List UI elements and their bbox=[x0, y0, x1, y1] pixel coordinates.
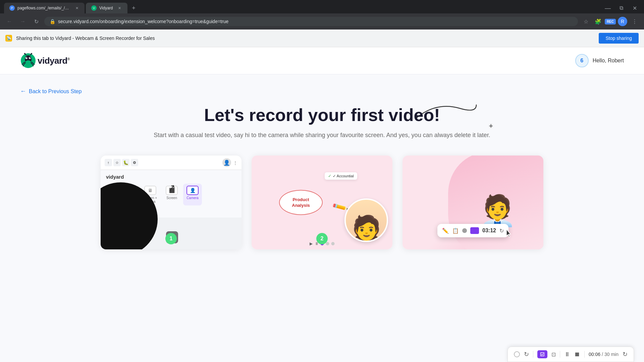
draw-icon[interactable]: ✏️ bbox=[442, 228, 449, 234]
forward-button[interactable]: → bbox=[17, 16, 28, 27]
play-icon[interactable]: ▶ bbox=[310, 241, 313, 246]
btool-divider-1 bbox=[533, 351, 533, 358]
camera-label: Camera bbox=[186, 196, 199, 200]
card-product-analysis: ProductAnalysis ✓ ✓ Accountial ✏️ 🧑 ▶ bbox=[252, 156, 392, 249]
stop-rect[interactable] bbox=[470, 227, 479, 234]
back-link-text: Back to Previous Step bbox=[29, 88, 82, 95]
sharing-banner: 📡 Sharing this tab to Vidyard - Webcam &… bbox=[0, 29, 644, 47]
site-header: vidyard® 6 Hello, Robert bbox=[0, 47, 644, 74]
main-content: ← Back to Previous Step Let's record you… bbox=[0, 74, 644, 263]
profile-menu-icon[interactable]: R bbox=[617, 16, 628, 27]
page-title: Let's record your first video! bbox=[20, 105, 624, 125]
gear-icon[interactable]: ⚙ bbox=[131, 159, 138, 166]
extension-header: ↑ ☆ 🐛 ⚙ 👤 ⋮ bbox=[101, 156, 241, 170]
tab-label-pageflows: pageflows.com/_/emails/_/7fb5c... bbox=[17, 6, 70, 10]
stop-sharing-button[interactable]: Stop sharing bbox=[599, 33, 639, 44]
btool-loop-icon[interactable]: ↻ bbox=[623, 351, 628, 358]
btool-divider-3 bbox=[584, 351, 585, 358]
tab-favicon-vidyard: V bbox=[91, 5, 97, 11]
svg-point-4 bbox=[26, 57, 28, 58]
svg-point-6 bbox=[25, 60, 31, 64]
person-circle-card2: 🧑 bbox=[344, 198, 388, 242]
tab-vidyard[interactable]: V Vidyard ✕ bbox=[86, 3, 127, 13]
btool-stop-icon[interactable]: ⏹ bbox=[574, 351, 580, 358]
card1-number: 1 bbox=[165, 233, 177, 244]
tab-close-vidyard[interactable]: ✕ bbox=[117, 5, 122, 11]
browser-toolbar: ← → ↻ 🔒 secure.vidyard.com/onboarding/ex… bbox=[0, 13, 644, 29]
person-silhouette: 🧑‍💼 bbox=[479, 193, 516, 228]
more-options-icon[interactable]: ⋮ bbox=[629, 16, 640, 27]
tab-favicon-pageflows: P bbox=[9, 5, 15, 11]
greeting-text: Hello, Robert bbox=[593, 58, 624, 64]
tab-close-pageflows[interactable]: ✕ bbox=[74, 5, 79, 11]
cards-container: ↑ ☆ 🐛 ⚙ 👤 ⋮ ↗ vidyard bbox=[20, 156, 624, 249]
svg-point-10 bbox=[31, 53, 32, 54]
back-link[interactable]: ← Back to Previous Step bbox=[20, 88, 624, 95]
back-arrow-icon: ← bbox=[20, 88, 26, 95]
svg-point-9 bbox=[24, 53, 25, 54]
check-icon: ✓ bbox=[328, 174, 331, 178]
accountial-badge: ✓ ✓ Accountial bbox=[325, 172, 357, 180]
rec-badge[interactable]: REC bbox=[605, 19, 616, 24]
url-text: secure.vidyard.com/onboarding/extension_… bbox=[58, 19, 573, 24]
option-camera[interactable]: 👤 Camera bbox=[183, 184, 202, 205]
circle-dot bbox=[462, 228, 467, 233]
card-extension: ↑ ☆ 🐛 ⚙ 👤 ⋮ ↗ vidyard bbox=[101, 156, 241, 249]
person-avatar-card2: 🧑 bbox=[346, 200, 387, 241]
bottom-recording-toolbar: ↻ ⊡ ⏸ ⏹ 00:06 / 30 min ↻ bbox=[507, 347, 634, 362]
ext-menu-icon[interactable]: ⋮ bbox=[233, 160, 237, 165]
back-button[interactable]: ← bbox=[4, 16, 15, 27]
card2-number: 2 bbox=[316, 233, 328, 244]
btool-crop-icon[interactable]: ⊡ bbox=[551, 351, 556, 358]
recording-time: 03:12 bbox=[482, 228, 496, 234]
bookmark-star-icon[interactable]: ☆ bbox=[581, 16, 591, 27]
user-step-badge: 6 bbox=[575, 54, 589, 67]
sharing-icon: 📡 bbox=[5, 35, 12, 42]
btool-highlight-btn[interactable] bbox=[537, 350, 547, 358]
accountial-text: ✓ Accountial bbox=[333, 174, 354, 178]
reload-button[interactable]: ↻ bbox=[31, 16, 42, 27]
dot-inactive-1 bbox=[326, 242, 329, 245]
header-right: 6 Hello, Robert bbox=[575, 54, 624, 67]
window-minimize[interactable]: — bbox=[602, 3, 613, 13]
extension-header-icons: ↑ ☆ 🐛 ⚙ bbox=[105, 159, 138, 166]
title-section: Let's record your first video! + bbox=[20, 105, 624, 125]
logo-trademark: ® bbox=[67, 57, 70, 61]
new-tab-button[interactable]: + bbox=[129, 3, 138, 13]
window-maximize[interactable]: ⧉ bbox=[616, 3, 627, 13]
logo-icon-svg bbox=[20, 53, 36, 69]
ext-logo-text: vidyard bbox=[106, 174, 236, 180]
extensions-icon[interactable]: 🧩 bbox=[593, 16, 603, 27]
clipboard-icon[interactable]: 📋 bbox=[452, 228, 459, 234]
btool-time-display: 00:06 / 30 min bbox=[589, 352, 619, 357]
btool-pause-icon[interactable]: ⏸ bbox=[564, 351, 570, 358]
refresh-icon[interactable]: ↻ bbox=[499, 228, 504, 234]
toolbar-actions: ☆ 🧩 REC R ⋮ bbox=[581, 16, 640, 27]
btool-refresh-icon[interactable]: ↻ bbox=[524, 351, 529, 358]
sharing-text: Sharing this tab to Vidyard - Webcam & S… bbox=[16, 36, 595, 41]
dot-inactive-2 bbox=[331, 242, 335, 245]
ext-profile: 👤 ⋮ bbox=[222, 158, 237, 167]
vidyard-logo: vidyard® bbox=[20, 53, 70, 69]
svg-point-5 bbox=[30, 57, 31, 58]
btool-divider-2 bbox=[560, 351, 560, 358]
camera-icon: 👤 bbox=[186, 186, 199, 195]
ext-avatar: 👤 bbox=[222, 158, 231, 167]
btool-record-button[interactable] bbox=[514, 351, 520, 357]
star-icon[interactable]: ☆ bbox=[113, 159, 121, 166]
screen-label: Screen bbox=[166, 196, 177, 200]
profile-avatar: R bbox=[618, 17, 627, 26]
tab-label-vidyard: Vidyard bbox=[99, 6, 113, 10]
tab-pageflows[interactable]: P pageflows.com/_/emails/_/7fb5c... ✕ bbox=[4, 3, 85, 13]
vidyard-ext-icon[interactable]: 🐛 bbox=[122, 159, 129, 166]
recording-toolbar: ✏️ 📋 03:12 ↻ bbox=[437, 224, 508, 237]
window-close[interactable]: ✕ bbox=[629, 3, 640, 13]
browser-frame: P pageflows.com/_/emails/_/7fb5c... ✕ V … bbox=[0, 0, 644, 29]
mouse-cursor bbox=[505, 229, 513, 239]
upload-icon[interactable]: ↑ bbox=[105, 159, 112, 166]
highlight-icon bbox=[540, 352, 545, 357]
card-recording: 🧑‍💼 ✏️ 📋 03:12 ↻ bbox=[402, 156, 543, 249]
browser-titlebar: P pageflows.com/_/emails/_/7fb5c... ✕ V … bbox=[0, 0, 644, 13]
logo-text: vidyard® bbox=[38, 56, 70, 66]
address-bar[interactable]: 🔒 secure.vidyard.com/onboarding/extensio… bbox=[44, 17, 578, 26]
